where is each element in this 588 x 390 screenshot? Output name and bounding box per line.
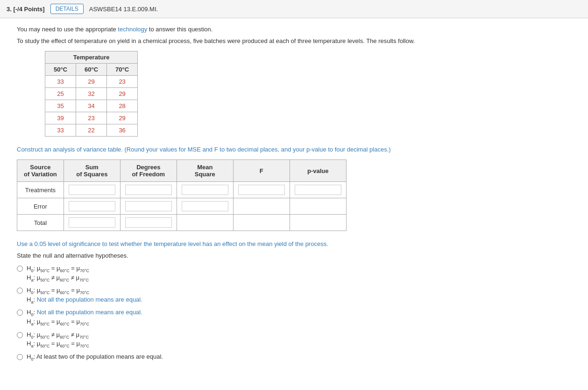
hyp-radio-2[interactable] [17,288,23,294]
temp-cell-r2-c0: 35 [45,100,76,112]
treatments-f[interactable] [233,182,290,198]
temp-header: Temperature [45,51,138,64]
hyp-block-1: H0: μ50°C = μ60°C = μ70°C Ha: μ50°C ≠ μ6… [27,265,89,282]
treatments-sum[interactable] [64,182,120,198]
hyp-option-5[interactable]: H0: At least two of the population means… [17,353,544,361]
error-ms[interactable] [177,198,233,215]
hyp-block-3: H0: Not all the population means are equ… [27,309,142,326]
error-df[interactable] [120,198,177,215]
temperature-table: Temperature 50°C 60°C 70°C 3329232532293… [45,51,138,137]
anova-col-pval: p-value [290,160,346,182]
total-label: Total [17,215,64,231]
anova-row-error: Error [17,198,347,215]
temp-cell-r1-c1: 32 [76,88,107,100]
error-df-input[interactable] [125,201,172,211]
temp-cell-r3-c1: 23 [76,112,107,124]
total-ms-empty [177,215,233,231]
main-content: You may need to use the appropriate tech… [0,18,560,372]
error-sum[interactable] [64,198,120,215]
treatments-ms[interactable] [177,182,233,198]
temperature-table-wrap: Temperature 50°C 60°C 70°C 3329232532293… [45,51,544,137]
hyp2-h0: H0: μ50°C = μ60°C = μ70°C [27,287,142,295]
temp-cell-r0-c1: 29 [76,76,107,88]
temp-cell-r3-c0: 39 [45,112,76,124]
col-50: 50°C [45,64,76,76]
temp-cell-r0-c0: 33 [45,76,76,88]
anova-col-f: F [233,160,290,182]
total-df[interactable] [120,215,177,231]
temp-cell-r2-c1: 34 [76,100,107,112]
hyp-radio-4[interactable] [17,332,23,338]
temp-cell-r4-c1: 22 [76,124,107,137]
hyp-block-5: H0: At least two of the population means… [27,353,163,361]
anova-table: Sourceof Variation Sumof Squares Degrees… [17,159,347,231]
hyp1-h0: H0: μ50°C = μ60°C = μ70°C [27,265,89,273]
error-pval-empty [290,198,346,215]
col-60: 60°C [76,64,107,76]
hyp5-h0: H0: At least two of the population means… [27,353,163,361]
treatments-label: Treatments [17,182,64,198]
treatments-f-input[interactable] [238,185,285,195]
total-f-empty [233,215,290,231]
anova-row-total: Total [17,215,347,231]
anova-col-df: Degreesof Freedom [120,160,177,182]
error-f-empty [233,198,290,215]
hyp-block-2: H0: μ50°C = μ60°C = μ70°C Ha: Not all th… [27,287,142,304]
total-df-input[interactable] [125,217,172,228]
hyp3-h0: H0: Not all the population means are equ… [27,309,142,317]
treatments-pval-input[interactable] [295,185,341,195]
temp-cell-r3-c2: 29 [107,112,138,124]
temp-cell-r4-c0: 33 [45,124,76,137]
temp-cell-r4-c2: 36 [107,124,138,137]
temp-cell-r2-c2: 28 [107,100,138,112]
hyp-block-4: H0: μ50°C ≠ μ60°C ≠ μ70°C Ha: μ50°C = μ6… [27,331,89,348]
temp-cell-r0-c2: 23 [107,76,138,88]
error-sum-input[interactable] [69,201,115,211]
treatments-df-input[interactable] [125,185,172,195]
hyp-option-4[interactable]: H0: μ50°C ≠ μ60°C ≠ μ70°C Ha: μ50°C = μ6… [17,331,544,348]
anova-col-source: Sourceof Variation [17,160,64,182]
total-sum-input[interactable] [69,217,115,228]
error-ms-input[interactable] [182,201,228,211]
hyp-radio-1[interactable] [17,266,23,272]
hyp-radio-5[interactable] [17,354,23,360]
hyp-radio-3[interactable] [17,310,23,316]
treatments-ms-input[interactable] [182,185,228,195]
hyp3-ha: Ha: μ50°C = μ60°C = μ70°C [27,318,142,326]
anova-row-treatments: Treatments [17,182,347,198]
hyp-option-3[interactable]: H0: Not all the population means are equ… [17,309,544,326]
hyp4-ha: Ha: μ50°C = μ60°C = μ70°C [27,340,89,348]
total-sum[interactable] [64,215,120,231]
anova-col-ms: MeanSquare [177,160,233,182]
hyp4-h0: H0: μ50°C ≠ μ60°C ≠ μ70°C [27,331,89,339]
question-id: ASWSBE14 13.E.009.MI. [89,6,158,13]
state-text: State the null and alternative hypothese… [17,252,544,259]
technology-link[interactable]: technology [118,26,147,33]
note-text: You may need to use the appropriate tech… [17,26,544,33]
total-pval-empty [290,215,346,231]
hypothesis-options: H0: μ50°C = μ60°C = μ70°C Ha: μ50°C ≠ μ6… [17,265,544,361]
construct-text: Construct an analysis of variance table.… [17,146,544,153]
temp-cell-r1-c2: 29 [107,88,138,100]
hyp-option-1[interactable]: H0: μ50°C = μ60°C = μ70°C Ha: μ50°C ≠ μ6… [17,265,544,282]
treatments-pval[interactable] [290,182,346,198]
question-label: 3. [-/4 Points] [7,6,45,13]
significance-text: Use a 0.05 level of significance to test… [17,240,544,247]
details-button[interactable]: DETAILS [50,4,84,14]
intro-text: To study the effect of temperature on yi… [17,37,544,44]
col-70: 70°C [107,64,138,76]
treatments-sum-input[interactable] [69,185,115,195]
anova-col-sum: Sumof Squares [64,160,120,182]
hyp2-ha: Ha: Not all the population means are equ… [27,296,142,304]
hyp1-ha: Ha: μ50°C ≠ μ60°C ≠ μ70°C [27,274,89,282]
treatments-df[interactable] [120,182,177,198]
error-label: Error [17,198,64,215]
header-bar: 3. [-/4 Points] DETAILS ASWSBE14 13.E.00… [0,0,588,18]
temp-cell-r1-c0: 25 [45,88,76,100]
hyp-option-2[interactable]: H0: μ50°C = μ60°C = μ70°C Ha: Not all th… [17,287,544,304]
